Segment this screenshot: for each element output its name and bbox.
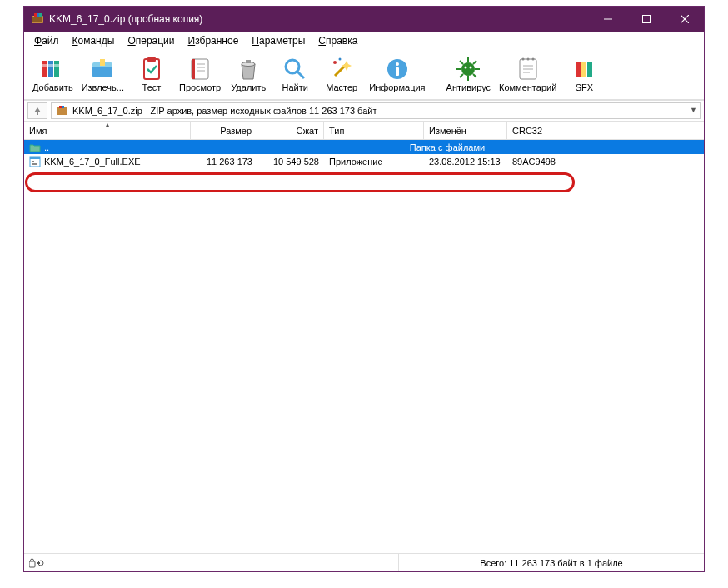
svg-rect-24 <box>246 60 251 63</box>
svg-point-33 <box>461 62 475 76</box>
file-size: 11 263 173 <box>191 157 257 167</box>
svg-rect-13 <box>92 66 112 77</box>
svg-rect-9 <box>42 61 47 77</box>
svg-rect-15 <box>100 59 105 66</box>
info-button[interactable]: Информация <box>366 52 428 97</box>
svg-rect-4 <box>39 13 42 17</box>
toolbar-label: Тест <box>142 82 162 92</box>
view-button[interactable]: Просмотр <box>176 52 224 97</box>
comment-button[interactable]: Комментарий <box>496 52 560 97</box>
sfx-button[interactable]: SFX <box>561 52 606 97</box>
col-name[interactable]: ▴ Имя <box>24 122 191 139</box>
wand-icon <box>328 56 355 82</box>
menu-help[interactable]: Справка <box>312 33 364 48</box>
svg-point-29 <box>339 58 342 61</box>
svg-rect-58 <box>30 157 40 159</box>
file-name: KKM_6_17_0_Full.EXE <box>44 157 141 167</box>
folder-up-icon <box>29 142 41 153</box>
minimize-button[interactable] <box>589 7 627 32</box>
status-bar: Всего: 11 263 173 байт в 1 файле <box>24 553 704 571</box>
svg-rect-55 <box>59 106 62 108</box>
svg-rect-19 <box>192 59 195 79</box>
svg-rect-61 <box>29 561 35 567</box>
close-button[interactable] <box>666 7 704 32</box>
menu-options[interactable]: Параметры <box>245 33 312 48</box>
address-text: KKM_6_17_0.zip - ZIP архив, размер исход… <box>72 106 376 116</box>
svg-rect-17 <box>147 57 156 62</box>
find-button[interactable]: Найти <box>272 52 317 97</box>
toolbar-label: Добавить <box>32 82 73 92</box>
svg-rect-60 <box>32 163 37 165</box>
menu-favorites[interactable]: Избранное <box>182 33 246 48</box>
menu-commands[interactable]: Команды <box>66 33 122 48</box>
search-icon <box>282 56 308 82</box>
svg-rect-10 <box>48 61 53 77</box>
toolbar-label: Удалить <box>231 82 266 92</box>
winrar-window: KKM_6_17_0.zip (пробная копия) Файл Кома… <box>23 6 705 572</box>
toolbar-label: Информация <box>369 82 425 92</box>
address-input[interactable]: KKM_6_17_0.zip - ZIP архив, размер исход… <box>51 102 701 119</box>
column-headers: ▴ Имя Размер Сжат Тип Изменён CRC32 <box>24 122 704 140</box>
svg-point-42 <box>465 67 467 69</box>
svg-line-40 <box>473 61 476 64</box>
svg-rect-59 <box>32 161 34 162</box>
svg-rect-53 <box>587 62 592 77</box>
svg-rect-1 <box>32 17 42 22</box>
antivirus-button[interactable]: Антивирус <box>443 52 494 97</box>
trash-icon <box>235 56 262 82</box>
up-button[interactable] <box>27 102 47 119</box>
add-button[interactable]: Добавить <box>29 52 77 97</box>
status-left <box>24 554 399 571</box>
test-button[interactable]: Тест <box>129 52 174 97</box>
info-icon <box>384 56 411 82</box>
toolbar-label: Извлечь... <box>82 82 124 92</box>
toolbar: Добавить Извлечь... Тест Просмотр Удалит… <box>24 49 704 100</box>
delete-button[interactable]: Удалить <box>226 52 271 97</box>
toolbar-label: Просмотр <box>179 82 221 92</box>
svg-point-43 <box>470 67 472 69</box>
list-item[interactable]: .. Папка с файлами <box>24 140 704 154</box>
svg-rect-16 <box>144 59 159 79</box>
file-crc: 89AC9498 <box>507 157 566 167</box>
file-type: Папка с файлами <box>191 142 704 152</box>
svg-point-25 <box>286 60 299 73</box>
up-arrow-icon <box>32 106 42 116</box>
maximize-button[interactable] <box>627 7 666 32</box>
svg-point-28 <box>333 61 337 64</box>
svg-line-39 <box>473 74 476 77</box>
window-title: KKM_6_17_0.zip (пробная копия) <box>49 13 589 25</box>
file-packed: 10 549 528 <box>257 157 324 167</box>
svg-rect-12 <box>42 64 59 67</box>
svg-rect-6 <box>643 16 651 23</box>
menu-bar: Файл Команды Операции Избранное Параметр… <box>24 32 704 49</box>
status-total: Всего: 11 263 173 байт в 1 файле <box>399 558 704 568</box>
svg-line-38 <box>460 61 463 64</box>
col-packed[interactable]: Сжат <box>257 122 324 139</box>
col-type[interactable]: Тип <box>324 122 424 139</box>
col-modified[interactable]: Изменён <box>424 122 507 139</box>
svg-rect-11 <box>54 61 59 77</box>
box-open-icon <box>89 56 116 82</box>
list-item[interactable]: KKM_6_17_0_Full.EXE 11 263 173 10 549 52… <box>24 154 704 168</box>
col-crc[interactable]: CRC32 <box>507 122 566 139</box>
svg-rect-52 <box>581 62 586 77</box>
wizard-button[interactable]: Мастер <box>319 52 364 97</box>
col-size[interactable]: Размер <box>191 122 257 139</box>
menu-tools[interactable]: Операции <box>121 33 181 48</box>
svg-rect-56 <box>62 106 64 108</box>
file-modified: 23.08.2012 15:13 <box>424 157 507 167</box>
svg-point-45 <box>521 58 524 61</box>
svg-rect-63 <box>37 562 40 564</box>
exe-icon <box>29 156 41 167</box>
svg-rect-54 <box>57 107 67 115</box>
books-sfx-icon <box>571 56 597 82</box>
notebook-icon <box>187 56 213 82</box>
svg-line-41 <box>460 74 463 77</box>
svg-rect-3 <box>37 13 39 17</box>
books-icon <box>39 56 66 82</box>
file-list[interactable]: .. Папка с файлами KKM_6_17_0_Full.EXE 1… <box>24 140 704 553</box>
menu-file[interactable]: Файл <box>27 33 66 48</box>
extract-button[interactable]: Извлечь... <box>78 52 127 97</box>
chevron-down-icon[interactable]: ▼ <box>690 106 697 114</box>
title-bar[interactable]: KKM_6_17_0.zip (пробная копия) <box>24 7 704 32</box>
